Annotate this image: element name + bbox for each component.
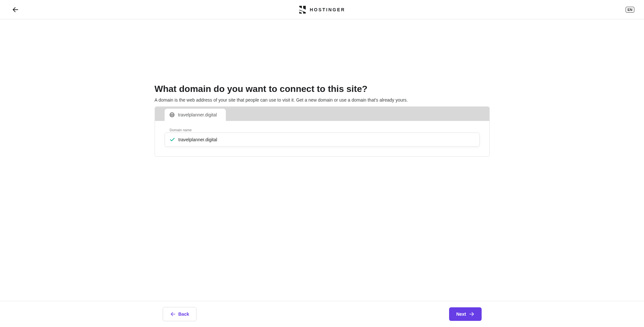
back-button-label: Back bbox=[178, 312, 189, 317]
language-selector[interactable]: EN bbox=[626, 7, 634, 13]
domain-field-wrap: Domain name bbox=[165, 128, 480, 147]
tab-label: travelplanner.digital bbox=[178, 112, 217, 117]
domain-field-label: Domain name bbox=[170, 128, 480, 132]
hostinger-logo-icon bbox=[299, 5, 306, 14]
header-back-button[interactable] bbox=[10, 5, 21, 15]
arrow-left-icon bbox=[170, 311, 176, 317]
brand-logo: HOSTINGER bbox=[299, 5, 345, 14]
next-button-label: Next bbox=[456, 312, 466, 317]
footer: Back Next bbox=[0, 301, 644, 327]
next-button[interactable]: Next bbox=[449, 307, 481, 321]
language-code: EN bbox=[628, 8, 632, 12]
tab-bar: www travelplanner.digital bbox=[155, 107, 489, 121]
arrow-left-icon bbox=[12, 6, 19, 13]
page-subtitle: A domain is the web address of your site… bbox=[155, 97, 490, 103]
card-body: Domain name bbox=[155, 121, 489, 156]
checkmark-icon bbox=[169, 137, 175, 143]
domain-card: www travelplanner.digital Domain name bbox=[155, 106, 490, 157]
main-content: What domain do you want to connect to th… bbox=[0, 19, 644, 301]
domain-input[interactable] bbox=[178, 137, 475, 142]
domain-tab[interactable]: www travelplanner.digital bbox=[165, 109, 226, 121]
arrow-right-icon bbox=[469, 311, 475, 317]
page-title: What domain do you want to connect to th… bbox=[155, 84, 490, 94]
domain-field-box[interactable] bbox=[165, 133, 480, 147]
brand-name: HOSTINGER bbox=[310, 7, 345, 12]
svg-text:www: www bbox=[170, 114, 173, 116]
back-button[interactable]: Back bbox=[163, 307, 197, 321]
www-globe-icon: www bbox=[169, 112, 175, 118]
header: HOSTINGER EN bbox=[0, 0, 644, 19]
